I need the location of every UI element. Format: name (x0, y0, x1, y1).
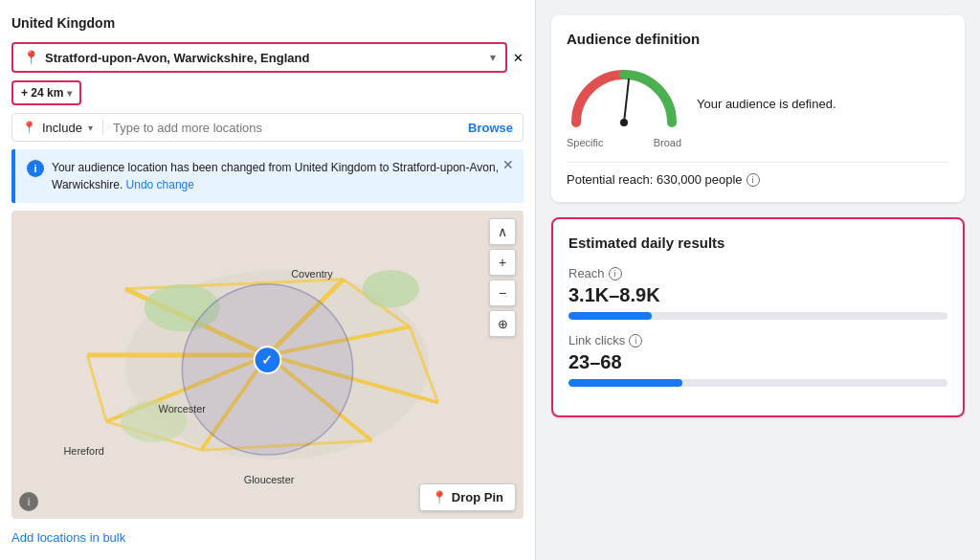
include-pin-icon: 📍 (22, 121, 36, 134)
svg-text:Hereford: Hereford (63, 445, 103, 457)
map-controls: ∧ + − ⊕ (489, 218, 516, 337)
audience-definition-card: Audience definition Specific Broad (551, 15, 965, 202)
include-bar: 📍 Include ▾ Browse (11, 113, 523, 142)
audience-card-title: Audience definition (567, 31, 949, 47)
include-dropdown-icon[interactable]: ▾ (88, 123, 93, 133)
pin-icon: 📍 (23, 50, 39, 65)
location-search-input[interactable] (113, 121, 462, 135)
include-divider (102, 120, 103, 135)
map-svg: ✓ Coventry Worcester Hereford Gloucester (11, 211, 523, 519)
map-info-icon: i (28, 497, 30, 507)
chevron-down-icon: ▾ (490, 51, 496, 64)
map-scroll-up-button[interactable]: ∧ (489, 218, 516, 245)
potential-reach-text: Potential reach: 630,000 people (567, 172, 743, 187)
svg-text:✓: ✓ (262, 352, 274, 368)
reach-label-text: Reach (568, 266, 605, 280)
left-panel: United Kingdom 📍 Stratford-upon-Avon, Wa… (0, 0, 536, 560)
map-info-badge[interactable]: i (19, 492, 38, 511)
gauge-row: Specific Broad Your audience is defined. (567, 60, 949, 148)
svg-text:Coventry: Coventry (291, 268, 333, 280)
reach-bar-track (568, 312, 947, 320)
potential-reach: Potential reach: 630,000 people i (567, 162, 949, 187)
svg-point-27 (620, 119, 628, 126)
include-label: Include (42, 121, 82, 135)
link-clicks-section: Link clicks i 23–68 (568, 333, 947, 387)
radius-pill[interactable]: + 24 km ▾ (11, 80, 81, 105)
link-clicks-bar-track (568, 379, 947, 387)
radius-label: + 24 km (21, 86, 63, 100)
location-tag-row: 📍 Stratford-upon-Avon, Warwickshire, Eng… (11, 42, 523, 73)
browse-link[interactable]: Browse (468, 121, 513, 135)
link-clicks-label-text: Link clicks (568, 333, 625, 347)
banner-text: Your audience location has been changed … (52, 159, 512, 193)
reach-bar-fill (568, 312, 652, 320)
location-tag-text: Stratford-upon-Avon, Warwickshire, Engla… (45, 51, 309, 65)
location-title: United Kingdom (11, 11, 523, 34)
reach-value: 3.1K–8.9K (568, 284, 947, 306)
drop-pin-label: Drop Pin (452, 490, 503, 504)
map-zoom-in-button[interactable]: + (489, 249, 516, 276)
map-container: ✓ Coventry Worcester Hereford Gloucester… (11, 211, 523, 519)
add-locations-bulk-link[interactable]: Add locations in bulk (11, 526, 523, 549)
link-clicks-value: 23–68 (568, 351, 947, 373)
broad-label: Broad (654, 137, 681, 148)
info-banner: i Your audience location has been change… (11, 149, 523, 203)
estimated-daily-results-card: Estimated daily results Reach i 3.1K–8.9… (551, 217, 965, 417)
gauge-labels: Specific Broad (567, 137, 681, 148)
close-location-icon[interactable]: ✕ (513, 51, 523, 65)
link-clicks-bar-fill (568, 379, 682, 387)
radius-dropdown-icon: ▾ (67, 88, 72, 99)
audience-defined-text: Your audience is defined. (697, 95, 836, 114)
svg-text:Gloucester: Gloucester (244, 474, 295, 485)
undo-link[interactable]: Undo change (126, 178, 194, 191)
specific-label: Specific (567, 137, 604, 148)
reach-label-row: Reach i (568, 266, 947, 280)
reach-info-icon[interactable]: i (746, 173, 760, 187)
gauge-container: Specific Broad (567, 60, 681, 148)
reach-section: Reach i 3.1K–8.9K (568, 266, 947, 320)
svg-text:Worcester: Worcester (159, 403, 207, 414)
drop-pin-icon: 📍 (432, 490, 447, 504)
results-card-title: Estimated daily results (568, 235, 947, 251)
right-panel: Audience definition Specific Broad (536, 0, 980, 560)
drop-pin-button[interactable]: 📍 Drop Pin (419, 483, 516, 511)
location-tag[interactable]: 📍 Stratford-upon-Avon, Warwickshire, Eng… (11, 42, 507, 73)
link-clicks-info-icon[interactable]: i (629, 334, 642, 347)
map-compass-button[interactable]: ⊕ (489, 310, 516, 337)
info-icon: i (27, 160, 44, 177)
gauge-svg (567, 60, 681, 132)
map-background: ✓ Coventry Worcester Hereford Gloucester… (11, 211, 523, 519)
link-clicks-label-row: Link clicks i (568, 333, 947, 347)
banner-text-content: Your audience location has been changed … (52, 161, 499, 191)
svg-point-17 (363, 270, 419, 308)
map-zoom-out-button[interactable]: − (489, 280, 516, 306)
reach-metric-info-icon[interactable]: i (609, 267, 622, 280)
svg-line-26 (624, 79, 629, 123)
banner-close-icon[interactable]: ✕ (502, 157, 514, 172)
